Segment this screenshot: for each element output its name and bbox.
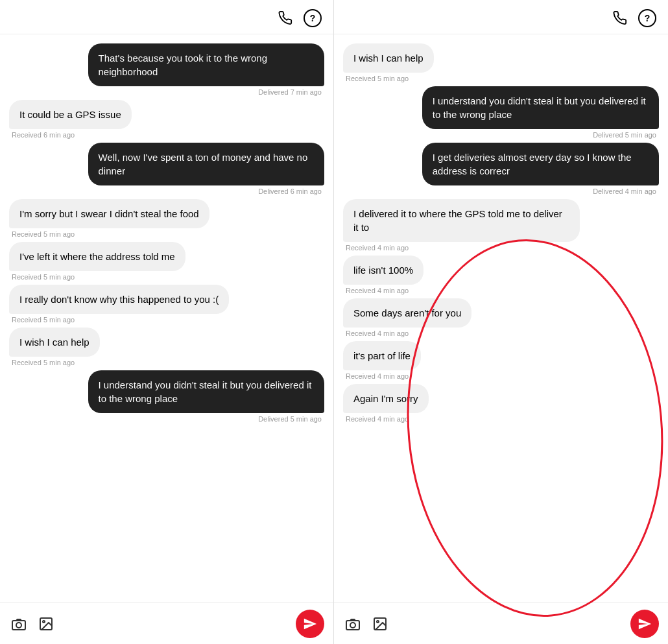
- message-row: it's part of lifeReceived 4 min ago: [343, 341, 659, 380]
- message-meta: Received 5 min ago: [9, 359, 77, 366]
- right-panel: ? I wish I can helpReceived 5 min agoI u…: [334, 0, 668, 644]
- sent-bubble: I understand you didn't steal it but you…: [88, 370, 325, 413]
- right-header: ?: [334, 0, 668, 34]
- message-meta: Received 4 min ago: [343, 415, 411, 423]
- sent-bubble: Well, now I've spent a ton of money and …: [88, 143, 325, 185]
- message-row: I get deliveries almost every day so I k…: [343, 143, 659, 195]
- svg-point-6: [350, 623, 355, 628]
- received-bubble: it's part of life: [343, 341, 421, 370]
- message-row: I've left it where the address told meRe…: [9, 242, 324, 281]
- message-meta: Received 4 min ago: [343, 244, 411, 252]
- left-send-button[interactable]: [296, 610, 324, 638]
- message-meta: Received 6 min ago: [9, 131, 77, 139]
- right-bottom-bar: [334, 602, 668, 644]
- left-header-icons: ?: [276, 9, 322, 27]
- right-image-icon[interactable]: [370, 614, 390, 634]
- received-bubble: I'm sorry but I swear I didn't steal the…: [9, 199, 209, 228]
- right-messages-area: I wish I can helpReceived 5 min agoI und…: [334, 34, 668, 602]
- right-camera-icon[interactable]: [343, 614, 363, 634]
- left-image-icon[interactable]: [36, 614, 56, 634]
- received-bubble: Again I'm sorry: [343, 384, 429, 413]
- message-row: I wish I can helpReceived 5 min ago: [9, 328, 324, 366]
- message-row: I'm sorry but I swear I didn't steal the…: [9, 199, 324, 238]
- message-meta: Delivered 6 min ago: [256, 187, 324, 195]
- message-row: Again I'm sorryReceived 4 min ago: [343, 384, 659, 423]
- sent-bubble: I get deliveries almost every day so I k…: [422, 143, 659, 185]
- right-help-icon[interactable]: ?: [638, 9, 656, 27]
- received-bubble: Some days aren't for you: [343, 298, 471, 328]
- sent-bubble: I understand you didn't steal it but you…: [422, 86, 659, 129]
- svg-point-8: [377, 621, 379, 623]
- received-bubble: It could be a GPS issue: [9, 100, 132, 129]
- message-meta: Delivered 7 min ago: [256, 88, 324, 96]
- message-row: I really don't know why this happened to…: [9, 285, 324, 324]
- received-bubble: I wish I can help: [9, 328, 100, 357]
- left-bottom-bar: [0, 602, 333, 644]
- received-bubble: life isn't 100%: [343, 256, 423, 285]
- received-bubble: I really don't know why this happened to…: [9, 285, 229, 314]
- message-meta: Received 4 min ago: [343, 287, 411, 294]
- message-meta: Delivered 5 min ago: [590, 131, 659, 139]
- svg-point-1: [16, 623, 21, 628]
- left-panel: ? That's because you took it to the wron…: [0, 0, 334, 644]
- message-row: Some days aren't for youReceived 4 min a…: [343, 298, 659, 337]
- svg-point-3: [43, 621, 45, 623]
- sent-bubble: That's because you took it to the wrong …: [88, 43, 325, 86]
- left-camera-icon[interactable]: [9, 614, 29, 634]
- received-bubble: I delivered it to where the GPS told me …: [343, 199, 580, 242]
- right-send-button[interactable]: [630, 610, 659, 638]
- message-row: I wish I can helpReceived 5 min ago: [343, 43, 659, 82]
- message-row: I understand you didn't steal it but you…: [9, 370, 324, 423]
- message-row: Well, now I've spent a ton of money and …: [9, 143, 324, 195]
- right-phone-icon[interactable]: [611, 9, 629, 27]
- message-meta: Received 4 min ago: [343, 329, 411, 337]
- message-row: That's because you took it to the wrong …: [9, 43, 324, 96]
- left-help-icon[interactable]: ?: [304, 9, 322, 27]
- left-header: ?: [0, 0, 333, 34]
- right-header-icons: ?: [611, 9, 656, 27]
- left-phone-icon[interactable]: [276, 9, 294, 27]
- left-messages-area: That's because you took it to the wrong …: [0, 34, 333, 602]
- message-meta: Received 5 min ago: [9, 230, 77, 238]
- received-bubble: I wish I can help: [343, 43, 434, 73]
- message-row: It could be a GPS issueReceived 6 min ag…: [9, 100, 324, 139]
- message-meta: Received 5 min ago: [9, 316, 77, 324]
- received-bubble: I've left it where the address told me: [9, 242, 185, 271]
- message-row: I understand you didn't steal it but you…: [343, 86, 659, 139]
- message-meta: Received 4 min ago: [343, 372, 411, 380]
- message-meta: Received 5 min ago: [343, 75, 411, 82]
- message-row: I delivered it to where the GPS told me …: [343, 199, 659, 252]
- message-row: life isn't 100%Received 4 min ago: [343, 256, 659, 294]
- message-meta: Delivered 5 min ago: [256, 415, 324, 423]
- message-meta: Delivered 4 min ago: [590, 187, 659, 195]
- message-meta: Received 5 min ago: [9, 273, 77, 281]
